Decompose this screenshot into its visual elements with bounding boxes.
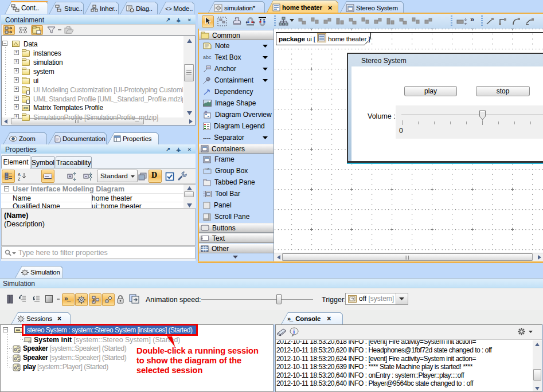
svg-text:A: A <box>18 173 21 177</box>
svg-text:GB: GB <box>205 167 210 171</box>
svg-text:Z: Z <box>18 177 21 181</box>
svg-text:i: i <box>293 328 295 335</box>
